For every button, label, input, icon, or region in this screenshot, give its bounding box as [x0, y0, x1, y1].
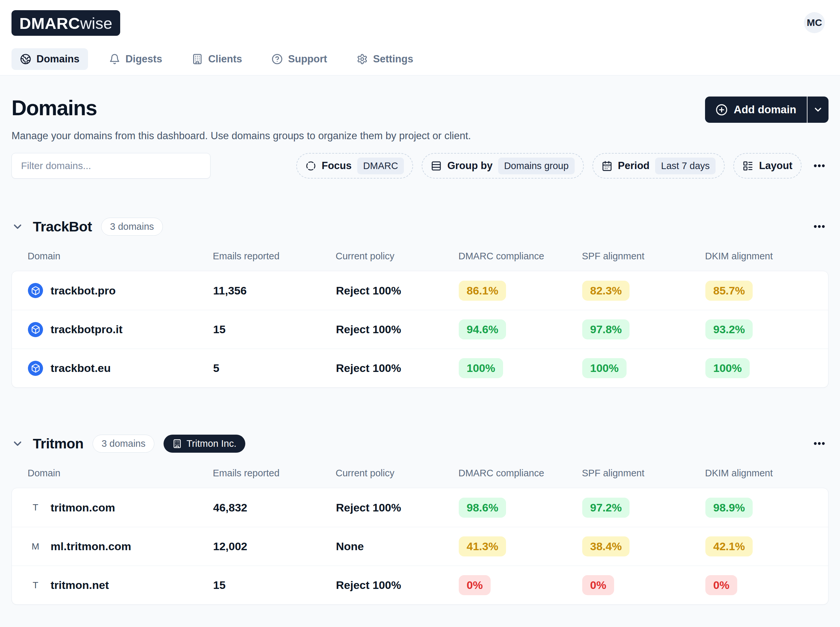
nav-item-settings[interactable]: Settings	[348, 48, 422, 70]
logo-text-bold: DMARC	[19, 14, 80, 33]
dkim-alignment-badge: 93.2%	[705, 320, 753, 339]
organization-name: Tritmon Inc.	[186, 438, 236, 449]
filter-toolbar: Focus DMARC Group by Domains group Perio…	[11, 153, 829, 179]
cube-icon	[31, 286, 40, 295]
spf-alignment-badge: 100%	[582, 358, 627, 378]
domain-cell: trackbot.eu	[28, 361, 213, 376]
focus-control[interactable]: Focus DMARC	[296, 153, 413, 179]
table-column-headers: Domain Emails reported Current policy DM…	[11, 468, 829, 479]
add-domain-menu-button[interactable]	[807, 96, 829, 123]
top-bar: DMARCwise MC Domains Digests Clients Sup…	[0, 0, 840, 76]
domains-group-trackbot: TrackBot 3 domains Domain Emails reporte…	[11, 217, 829, 388]
dmarc-compliance-badge: 98.6%	[459, 498, 506, 518]
nav-item-label: Digests	[125, 53, 162, 65]
nav-item-clients[interactable]: Clients	[183, 48, 251, 70]
nav-item-support[interactable]: Support	[263, 48, 336, 70]
app-logo: DMARCwise	[11, 10, 120, 36]
group-header: TrackBot 3 domains	[11, 217, 829, 236]
period-label: Period	[618, 160, 649, 172]
collapse-group-button[interactable]	[11, 221, 24, 233]
table-row[interactable]: T tritmon.com 46,832 Reject 100% 98.6% 9…	[12, 488, 828, 527]
domain-cell: T tritmon.com	[28, 500, 213, 515]
domain-name: trackbot.eu	[50, 362, 111, 375]
table-row[interactable]: trackbot.pro 11,356 Reject 100% 86.1% 82…	[12, 271, 828, 310]
period-control[interactable]: Period Last 7 days	[593, 153, 725, 179]
gear-icon	[357, 54, 368, 65]
emails-reported-value: 15	[213, 323, 336, 336]
chevron-down-icon	[11, 221, 24, 233]
dkim-alignment-badge: 0%	[705, 575, 737, 595]
page-header-text: Domains Manage your domains from this da…	[11, 96, 471, 142]
table-column-headers: Domain Emails reported Current policy DM…	[11, 251, 829, 262]
domains-table-card: T tritmon.com 46,832 Reject 100% 98.6% 9…	[11, 488, 829, 605]
group-more-options-button[interactable]	[810, 217, 829, 236]
domain-name: ml.tritmon.com	[50, 540, 131, 553]
nav-item-domains[interactable]: Domains	[11, 48, 88, 70]
group-by-control[interactable]: Group by Domains group	[422, 153, 583, 179]
table-row[interactable]: T tritmon.net 15 Reject 100% 0% 0% 0%	[12, 566, 828, 604]
table-row[interactable]: M ml.tritmon.com 12,002 None 41.3% 38.4%…	[12, 527, 828, 566]
dmarc-compliance-badge: 100%	[459, 358, 503, 378]
column-header-policy: Current policy	[336, 251, 459, 262]
domain-name: tritmon.net	[50, 579, 109, 592]
focus-value-chip: DMARC	[357, 158, 404, 174]
domain-favicon	[28, 361, 43, 376]
toolbar-more-options-button[interactable]	[810, 157, 829, 175]
group-title: Tritmon	[33, 436, 84, 452]
nav-item-label: Clients	[208, 53, 242, 65]
spf-alignment-badge: 97.8%	[582, 320, 629, 339]
dkim-alignment-badge: 85.7%	[705, 281, 753, 301]
layout-label: Layout	[759, 160, 793, 172]
main-content: Domains Manage your domains from this da…	[0, 96, 840, 605]
column-header-emails: Emails reported	[213, 468, 336, 479]
table-row[interactable]: trackbotpro.it 15 Reject 100% 94.6% 97.8…	[12, 310, 828, 349]
emails-reported-value: 46,832	[213, 501, 336, 514]
group-title: TrackBot	[33, 219, 92, 235]
help-circle-icon	[271, 54, 283, 65]
spf-alignment-badge: 82.3%	[582, 281, 629, 301]
add-domain-split-button: Add domain	[705, 96, 829, 123]
emails-reported-value: 15	[213, 579, 336, 592]
user-avatar[interactable]: MC	[804, 12, 825, 33]
plus-circle-icon	[715, 104, 728, 116]
cube-icon	[31, 325, 40, 334]
organization-badge[interactable]: Tritmon Inc.	[164, 435, 245, 453]
column-header-dkim: DKIM alignment	[705, 468, 829, 479]
current-policy-value: Reject 100%	[336, 362, 459, 375]
add-domain-label: Add domain	[734, 103, 796, 116]
group-by-value-chip: Domains group	[498, 158, 575, 174]
nav-item-label: Support	[288, 53, 327, 65]
add-domain-button[interactable]: Add domain	[705, 96, 807, 123]
domain-cell: trackbot.pro	[28, 283, 213, 298]
ellipsis-icon	[812, 436, 826, 451]
filter-domains-input[interactable]	[11, 153, 211, 179]
domains-table-card: trackbot.pro 11,356 Reject 100% 86.1% 82…	[11, 271, 829, 388]
bell-icon	[109, 54, 120, 65]
current-policy-value: Reject 100%	[336, 323, 459, 336]
column-header-spf: SPF alignment	[582, 251, 705, 262]
main-nav: Domains Digests Clients Support Settings	[11, 48, 825, 70]
favicon-letter: M	[32, 541, 39, 552]
column-header-dmarc: DMARC compliance	[459, 251, 582, 262]
domain-favicon: M	[28, 539, 43, 554]
group-more-options-button[interactable]	[810, 434, 829, 453]
table-row[interactable]: trackbot.eu 5 Reject 100% 100% 100% 100%	[12, 349, 828, 388]
domain-cell: trackbotpro.it	[28, 322, 213, 337]
nav-item-digests[interactable]: Digests	[101, 48, 171, 70]
spf-alignment-badge: 38.4%	[582, 536, 629, 556]
group-header: Tritmon 3 domains Tritmon Inc.	[11, 434, 829, 453]
dmarc-compliance-badge: 94.6%	[459, 320, 506, 339]
layout-control[interactable]: Layout	[733, 153, 802, 179]
group-domains-count-badge: 3 domains	[101, 217, 163, 236]
emails-reported-value: 12,002	[213, 540, 336, 553]
dmarc-compliance-badge: 0%	[459, 575, 491, 595]
ellipsis-icon	[812, 220, 826, 233]
calendar-icon	[602, 161, 612, 171]
dmarc-compliance-badge: 41.3%	[459, 536, 506, 556]
domain-favicon	[28, 283, 43, 298]
spf-alignment-badge: 97.2%	[582, 498, 629, 518]
column-header-emails: Emails reported	[213, 251, 336, 262]
collapse-group-button[interactable]	[11, 438, 24, 450]
group-domains-count-badge: 3 domains	[93, 435, 154, 453]
column-header-spf: SPF alignment	[582, 468, 705, 479]
